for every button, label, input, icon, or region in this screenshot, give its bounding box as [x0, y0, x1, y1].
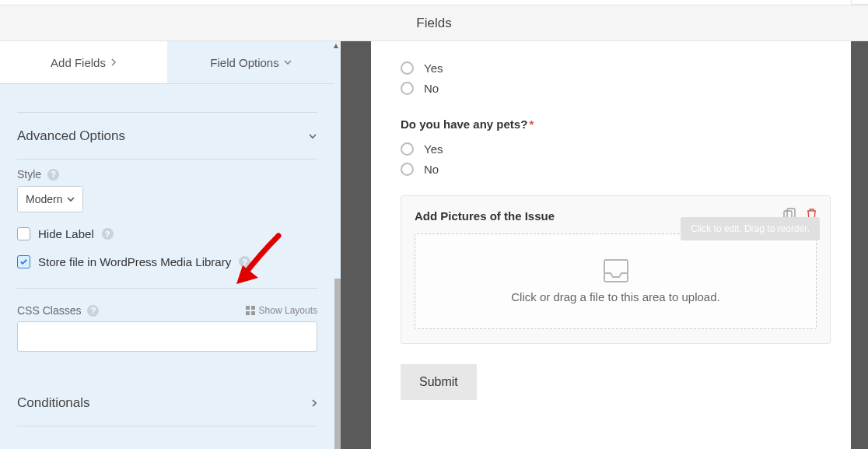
- chevron-right-icon: [311, 398, 317, 408]
- svg-rect-0: [246, 306, 250, 310]
- section-advanced-label: Advanced Options: [17, 128, 125, 144]
- sidebar-scroll-thumb[interactable]: [334, 279, 341, 449]
- upload-field[interactable]: Add Pictures of the Issue Click or drag …: [401, 195, 831, 344]
- style-select[interactable]: Modern: [17, 186, 83, 212]
- option-no-label: No: [424, 82, 439, 95]
- sidebar-tabs: Add Fields Field Options: [0, 41, 334, 84]
- style-label: Style: [17, 168, 41, 181]
- tab-add-fields[interactable]: Add Fields: [0, 41, 167, 83]
- grid-icon: [246, 306, 255, 315]
- radio-icon[interactable]: [401, 163, 414, 176]
- style-label-row: Style ?: [17, 168, 317, 181]
- question-pets: Do you have any pets?*: [401, 118, 831, 131]
- store-media-checkbox[interactable]: [17, 255, 30, 268]
- form-canvas[interactable]: Yes No Do you have any pets?* Yes No: [371, 41, 851, 449]
- required-asterisk: *: [529, 118, 534, 131]
- inbox-icon: [603, 259, 629, 282]
- css-classes-input[interactable]: [17, 321, 317, 352]
- section-conditionals-label: Conditionals: [17, 395, 90, 411]
- upload-dropzone[interactable]: Click or drag a file to this area to upl…: [415, 233, 817, 329]
- header-title: Fields: [0, 5, 868, 41]
- hide-label-row[interactable]: Hide Label ?: [17, 227, 317, 240]
- chevron-down-icon: [67, 196, 75, 202]
- section-advanced-options[interactable]: Advanced Options: [17, 113, 317, 159]
- radio-icon[interactable]: [401, 61, 414, 75]
- sidebar-scrollbar[interactable]: ▲: [334, 41, 341, 449]
- svg-rect-3: [251, 311, 255, 315]
- option-yes-label: Yes: [424, 142, 443, 156]
- hide-label-checkbox[interactable]: [17, 227, 30, 240]
- radio-option-yes[interactable]: Yes: [401, 142, 831, 156]
- scroll-up-icon[interactable]: ▲: [332, 41, 340, 50]
- preview-area: Yes No Do you have any pets?* Yes No: [341, 41, 868, 449]
- option-no-label: No: [424, 163, 439, 176]
- css-label: CSS Classes: [17, 304, 81, 317]
- tab-options-label: Field Options: [210, 56, 278, 69]
- store-media-text: Store file in WordPress Media Library: [38, 255, 231, 268]
- help-icon[interactable]: ?: [47, 169, 59, 181]
- section-conditionals[interactable]: Conditionals: [17, 380, 317, 426]
- upload-hint: Click or drag a file to this area to upl…: [511, 290, 719, 303]
- chevron-down-icon: [308, 133, 317, 139]
- css-label-row: CSS Classes ?: [17, 304, 99, 317]
- submit-button[interactable]: Submit: [401, 364, 477, 400]
- help-icon[interactable]: ?: [102, 228, 114, 240]
- option-yes-label: Yes: [424, 61, 443, 75]
- help-icon[interactable]: ?: [87, 305, 99, 317]
- show-layouts-text: Show Layouts: [259, 305, 317, 316]
- radio-icon[interactable]: [401, 142, 414, 156]
- hide-label-text: Hide Label: [38, 227, 94, 240]
- help-icon[interactable]: ?: [239, 256, 250, 268]
- svg-rect-2: [246, 311, 250, 315]
- svg-rect-1: [251, 306, 255, 310]
- tab-field-options[interactable]: Field Options: [167, 41, 334, 83]
- edit-tooltip: Click to edit. Drag to reorder.: [681, 217, 820, 240]
- chevron-down-icon: [284, 59, 292, 65]
- radio-option-yes[interactable]: Yes: [401, 61, 831, 75]
- tab-add-label: Add Fields: [51, 56, 106, 69]
- store-media-row[interactable]: Store file in WordPress Media Library ?: [17, 255, 317, 268]
- style-value: Modern: [26, 193, 62, 205]
- radio-icon[interactable]: [401, 82, 414, 95]
- question-pets-text: Do you have any pets?: [401, 118, 527, 131]
- chevron-right-icon: [110, 58, 117, 66]
- radio-option-no[interactable]: No: [401, 82, 831, 95]
- show-layouts-link[interactable]: Show Layouts: [246, 305, 317, 316]
- radio-option-no[interactable]: No: [401, 163, 831, 176]
